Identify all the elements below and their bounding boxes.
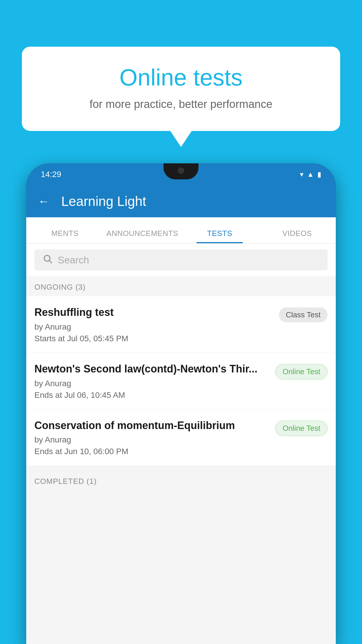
status-bar: 14:29 ▾ ▲ ▮ bbox=[26, 163, 336, 185]
test-time-1: Starts at Jul 05, 05:45 PM bbox=[34, 334, 272, 343]
back-button[interactable]: ← bbox=[38, 195, 50, 208]
test-time-3: Ends at Jun 10, 06:00 PM bbox=[34, 447, 268, 456]
wifi-icon: ▾ bbox=[300, 170, 303, 178]
search-icon bbox=[43, 254, 52, 266]
test-list: Reshuffling test by Anurag Starts at Jul… bbox=[26, 296, 336, 466]
svg-line-1 bbox=[49, 260, 52, 263]
search-placeholder: Search bbox=[58, 254, 89, 266]
test-info-1: Reshuffling test by Anurag Starts at Jul… bbox=[34, 306, 279, 343]
test-author-2: by Anurag bbox=[34, 379, 268, 388]
tab-bar: MENTS ANNOUNCEMENTS TESTS VIDEOS bbox=[26, 217, 336, 244]
tab-videos[interactable]: VIDEOS bbox=[259, 229, 336, 243]
completed-section-header: COMPLETED (1) bbox=[26, 470, 336, 491]
phone-content: Search ONGOING (3) Reshuffling test by A… bbox=[26, 244, 336, 644]
test-badge-3: Online Test bbox=[275, 421, 328, 436]
battery-icon: ▮ bbox=[317, 170, 321, 178]
search-bar[interactable]: Search bbox=[34, 249, 328, 270]
test-title-3: Conservation of momentum-Equilibrium bbox=[34, 419, 268, 433]
app-bar: ← Learning Light bbox=[26, 185, 336, 217]
test-info-2: Newton's Second law(contd)-Newton's Thir… bbox=[34, 362, 275, 400]
test-author-3: by Anurag bbox=[34, 435, 268, 444]
tab-tests[interactable]: TESTS bbox=[181, 229, 259, 243]
test-item-2[interactable]: Newton's Second law(contd)-Newton's Thir… bbox=[26, 353, 336, 410]
test-title-2: Newton's Second law(contd)-Newton's Thir… bbox=[34, 362, 268, 376]
tab-announcements[interactable]: ANNOUNCEMENTS bbox=[104, 229, 181, 243]
test-badge-1: Class Test bbox=[279, 307, 328, 322]
phone-notch bbox=[164, 163, 198, 179]
test-item-3[interactable]: Conservation of momentum-Equilibrium by … bbox=[26, 410, 336, 466]
speech-bubble: Online tests for more practice, better p… bbox=[22, 47, 340, 131]
test-badge-2: Online Test bbox=[275, 364, 328, 379]
search-container: Search bbox=[26, 244, 336, 276]
ongoing-section-header: ONGOING (3) bbox=[26, 276, 336, 296]
speech-bubble-container: Online tests for more practice, better p… bbox=[22, 47, 340, 131]
test-time-2: Ends at Jul 06, 10:45 AM bbox=[34, 391, 268, 400]
speech-bubble-title: Online tests bbox=[45, 64, 317, 91]
status-time: 14:29 bbox=[41, 170, 61, 179]
signal-icon: ▲ bbox=[307, 170, 314, 178]
test-author-1: by Anurag bbox=[34, 322, 272, 332]
test-info-3: Conservation of momentum-Equilibrium by … bbox=[34, 419, 275, 456]
test-item-1[interactable]: Reshuffling test by Anurag Starts at Jul… bbox=[26, 296, 336, 353]
tab-ments[interactable]: MENTS bbox=[26, 229, 104, 243]
app-title: Learning Light bbox=[61, 193, 146, 209]
test-title-1: Reshuffling test bbox=[34, 306, 272, 319]
status-icons: ▾ ▲ ▮ bbox=[300, 170, 321, 178]
phone-frame: 14:29 ▾ ▲ ▮ ← Learning Light MENTS ANNOU… bbox=[26, 163, 336, 644]
speech-bubble-subtitle: for more practice, better performance bbox=[45, 98, 317, 111]
